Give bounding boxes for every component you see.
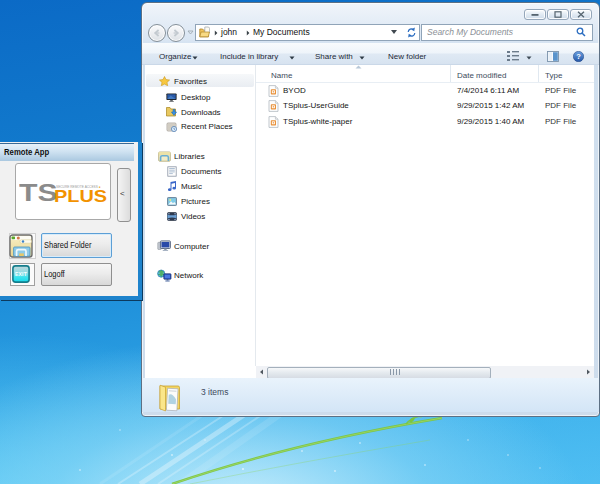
svg-text:?: ? bbox=[576, 52, 581, 61]
svg-text:EXIT: EXIT bbox=[15, 271, 27, 277]
